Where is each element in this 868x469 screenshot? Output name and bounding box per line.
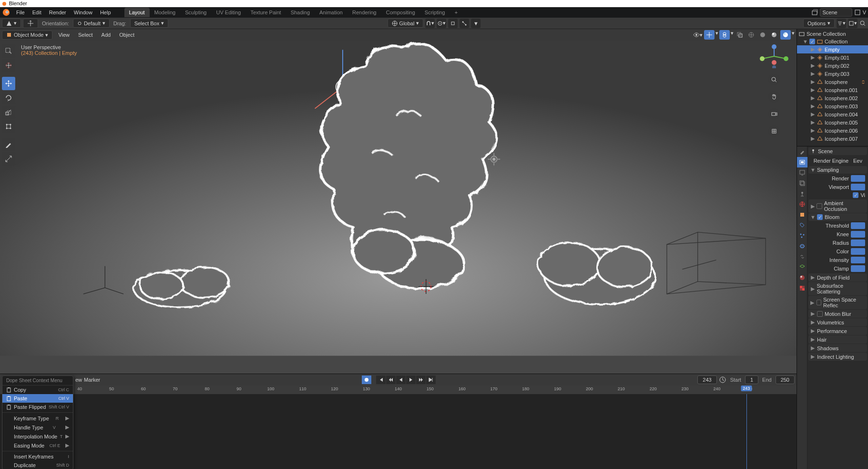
play-icon[interactable] bbox=[406, 375, 416, 384]
outliner-item[interactable]: ▶Empty.003 bbox=[797, 70, 868, 78]
nav-camera-icon[interactable] bbox=[768, 108, 780, 120]
tab-rendering[interactable]: Rendering bbox=[347, 8, 381, 17]
outliner-item[interactable]: ▶Empty.002 bbox=[797, 62, 868, 70]
section-shadows[interactable]: ▶Shadows bbox=[808, 344, 867, 352]
ptab-object-icon[interactable] bbox=[797, 209, 807, 220]
snap-icon[interactable]: ▾ bbox=[425, 19, 435, 28]
expand-icon[interactable]: ▶ bbox=[810, 63, 815, 69]
menu-render[interactable]: Render bbox=[45, 8, 70, 17]
xray-icon[interactable] bbox=[735, 30, 745, 40]
tab-modeling[interactable]: Modeling bbox=[150, 8, 181, 17]
ctx-item-paste[interactable]: PasteCtrl V bbox=[2, 394, 73, 403]
bloom-radius[interactable]: Radius bbox=[808, 239, 867, 247]
section-ao[interactable]: ▶Ambient Occlusion bbox=[808, 199, 867, 213]
jump-start-icon[interactable] bbox=[376, 375, 386, 384]
render-engine-field[interactable]: Render Engine Eev bbox=[808, 156, 867, 166]
tool-move[interactable] bbox=[2, 77, 15, 90]
section-volumetrics[interactable]: ▶Volumetrics bbox=[808, 318, 867, 326]
jump-end-icon[interactable] bbox=[426, 375, 436, 384]
section-sss[interactable]: ▶Subsurface Scattering bbox=[808, 282, 867, 295]
nav-pan-icon[interactable] bbox=[768, 91, 780, 103]
view-selectability-icon[interactable]: ▾ bbox=[693, 30, 703, 40]
ctx-item-keyframe-type[interactable]: Keyframe TypeR▶ bbox=[2, 414, 73, 423]
tool-preset-button[interactable]: ▾ bbox=[2, 19, 21, 28]
viewport-menu-add[interactable]: Add bbox=[99, 31, 114, 39]
section-performance[interactable]: ▶Performance bbox=[808, 327, 867, 335]
outliner-item[interactable]: ▶Icosphere bbox=[797, 78, 868, 86]
expand-icon[interactable]: ▶ bbox=[810, 135, 815, 142]
trans-origins-icon[interactable] bbox=[448, 19, 458, 28]
shading-matprev-icon[interactable] bbox=[769, 30, 779, 40]
outliner-collection[interactable]: ▼ ✓ Collection bbox=[797, 38, 868, 45]
viewport-3d[interactable]: User Perspective (243) Collection | Empt… bbox=[0, 41, 797, 374]
ptab-tool-icon[interactable] bbox=[797, 146, 807, 157]
play-reverse-icon[interactable] bbox=[396, 375, 406, 384]
outliner-item[interactable]: ▶Icosphere.001 bbox=[797, 86, 868, 94]
expand-icon[interactable]: ▶ bbox=[810, 127, 815, 134]
section-dof[interactable]: ▶Depth of Field bbox=[808, 273, 867, 281]
ctx-item-interpolation-mode[interactable]: Interpolation ModeT▶ bbox=[2, 432, 73, 441]
menu-file[interactable]: File bbox=[12, 8, 29, 17]
next-key-icon[interactable] bbox=[416, 375, 426, 384]
expand-icon[interactable]: ▶ bbox=[810, 87, 815, 93]
orientation-dropdown[interactable]: Default ▾ bbox=[73, 19, 110, 28]
section-ssr[interactable]: ▶Screen Space Reflec bbox=[808, 296, 867, 309]
outliner-item[interactable]: ▶Empty bbox=[797, 45, 868, 53]
expand-icon[interactable]: ▶ bbox=[810, 79, 815, 85]
tool-cursor[interactable] bbox=[2, 59, 15, 72]
expand-icon[interactable]: ▶ bbox=[810, 111, 815, 117]
ptab-material-icon[interactable] bbox=[797, 272, 807, 283]
tool-rotate[interactable] bbox=[2, 91, 15, 104]
tab-shading[interactable]: Shading bbox=[286, 8, 315, 17]
tab-layout[interactable]: Layout bbox=[124, 8, 150, 17]
trans-parent-icon[interactable] bbox=[460, 19, 469, 28]
outliner-item[interactable]: ▶Icosphere.005 bbox=[797, 118, 868, 126]
menu-window[interactable]: Window bbox=[70, 8, 96, 17]
ptab-texture-icon[interactable] bbox=[797, 283, 807, 293]
expand-icon[interactable]: ▶ bbox=[810, 46, 815, 52]
prev-key-icon[interactable] bbox=[386, 375, 396, 384]
timeline-ruler[interactable]: 3040506070809010011012013014015016017018… bbox=[0, 386, 797, 394]
ctx-item-handle-type[interactable]: Handle TypeV▶ bbox=[2, 423, 73, 432]
expand-icon[interactable]: ▶ bbox=[810, 54, 815, 61]
ao-checkbox[interactable] bbox=[817, 203, 822, 209]
current-frame-field[interactable]: 243 bbox=[697, 375, 716, 384]
outliner-item[interactable]: ▶Icosphere.006 bbox=[797, 126, 868, 135]
shading-solid-icon[interactable] bbox=[757, 30, 768, 40]
expand-icon[interactable]: ▶ bbox=[810, 95, 815, 101]
section-hair[interactable]: ▶Hair bbox=[808, 335, 867, 344]
outliner-item[interactable]: ▶Icosphere.004 bbox=[797, 110, 868, 118]
gizmo-toggle-icon[interactable] bbox=[704, 30, 715, 40]
tool-select-box[interactable] bbox=[2, 44, 15, 58]
menu-edit[interactable]: Edit bbox=[29, 8, 45, 17]
bloom-intensity[interactable]: Intensity bbox=[808, 256, 867, 264]
tool-measure[interactable] bbox=[2, 152, 15, 166]
bloom-checkbox[interactable]: ✓ bbox=[817, 214, 823, 220]
tool-transform[interactable] bbox=[2, 120, 15, 133]
bloom-threshold[interactable]: Threshold bbox=[808, 221, 867, 230]
timeline-track[interactable] bbox=[0, 394, 797, 469]
ctx-item-duplicate[interactable]: DuplicateShift D bbox=[2, 461, 73, 469]
search-icon[interactable] bbox=[859, 20, 866, 27]
ctx-item-paste-flipped[interactable]: Paste FlippedShift Ctrl V bbox=[2, 403, 73, 411]
ptab-viewlayer-icon[interactable] bbox=[797, 178, 807, 188]
nav-axis-gizmo[interactable] bbox=[757, 44, 791, 68]
viewport-menu-select[interactable]: Select bbox=[75, 31, 96, 39]
ptab-constraint-icon[interactable] bbox=[797, 251, 807, 262]
expand-icon[interactable]: ▶ bbox=[810, 71, 815, 77]
section-bloom[interactable]: ▼✓Bloom bbox=[808, 213, 867, 221]
expand-icon[interactable]: ▶ bbox=[810, 119, 815, 125]
ptab-particle-icon[interactable] bbox=[797, 230, 807, 241]
ptab-data-icon[interactable] bbox=[797, 262, 807, 272]
shading-wireframe-icon[interactable] bbox=[746, 30, 756, 40]
end-frame-field[interactable]: 250 bbox=[776, 375, 795, 384]
viewport-menu-object[interactable]: Object bbox=[116, 31, 137, 39]
section-indirect[interactable]: ▶Indirect Lighting bbox=[808, 353, 867, 361]
collection-icon[interactable]: ▾ bbox=[848, 19, 858, 28]
ptab-output-icon[interactable] bbox=[797, 167, 807, 178]
nav-perspective-icon[interactable] bbox=[768, 125, 780, 137]
transform-orientation-dropdown[interactable]: Global ▾ bbox=[388, 19, 424, 28]
transform-gizmo-icon[interactable] bbox=[23, 19, 38, 28]
tab-texture-paint[interactable]: Texture Paint bbox=[245, 8, 286, 17]
outliner-root[interactable]: Scene Collection bbox=[797, 30, 868, 38]
